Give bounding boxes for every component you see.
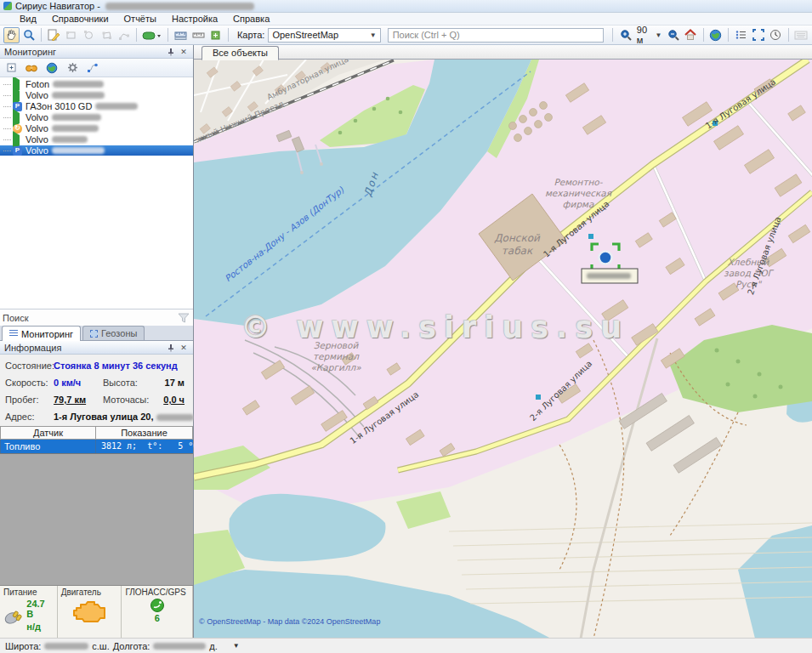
global-search-input[interactable] (388, 28, 605, 43)
export-button[interactable] (207, 27, 224, 43)
keyboard-button[interactable] (793, 27, 809, 43)
mileage-value[interactable]: 79,7 км (54, 395, 103, 405)
vehicle-filter-input[interactable] (3, 313, 177, 323)
menu-reports[interactable]: Отчёты (116, 14, 164, 24)
map-scale-select[interactable]: 90 м ▼ (634, 24, 665, 46)
map-svg: Дон Ростов-на-Дону - Азов (ДонТур) Амбул… (194, 60, 812, 639)
vehicle-row[interactable]: Volvo (0, 112, 193, 122)
circle-tool-icon (83, 30, 94, 41)
sensor-col-name[interactable]: Датчик (1, 427, 96, 440)
magnifier-icon (23, 29, 35, 41)
fit-bounds-button[interactable] (750, 27, 766, 43)
tab-geozones[interactable]: Геозоны (82, 326, 145, 340)
edit-document-icon (48, 29, 60, 41)
power-gauge: Питание 24.7 В н/д (0, 586, 58, 638)
vehicle-position-dot (599, 252, 612, 264)
map-globe-button[interactable] (707, 27, 724, 43)
vehicle-row[interactable]: Volvo (0, 134, 193, 145)
zoom-tool-button[interactable] (21, 27, 37, 43)
tab-label: Геозоны (101, 328, 137, 338)
zoom-in-button[interactable] (617, 27, 633, 43)
svg-text:Зерновой: Зерновой (314, 340, 360, 351)
geozone-rect-tool[interactable] (64, 27, 80, 43)
vehicle-row[interactable]: ↻ Volvo (0, 123, 193, 133)
redacted-plate (95, 103, 138, 110)
route-icon (87, 63, 99, 73)
menu-settings[interactable]: Настройка (164, 14, 225, 24)
vehicle-row[interactable]: Volvo (0, 90, 193, 100)
monitoring-tab-icon (9, 330, 18, 338)
geozone-circle-tool[interactable] (81, 27, 97, 43)
state-label: Состояние: (5, 361, 54, 371)
state-value: Стоянка 8 минут 36 секунд (54, 361, 188, 371)
find-vehicle-button[interactable] (24, 60, 39, 75)
redacted-address (156, 414, 194, 421)
svg-text:механическая: механическая (545, 188, 612, 198)
sensor-value: 3812 л; t°: 5 °C (96, 440, 193, 453)
show-on-map-button[interactable] (44, 60, 60, 75)
panel-tabs: Мониторинг Геозоны (0, 326, 193, 341)
vehicle-row-selected[interactable]: P Volvo (0, 145, 193, 156)
history-time-button[interactable] (768, 27, 784, 43)
menu-help[interactable]: Справка (225, 14, 277, 24)
vehicle-row[interactable]: Foton (0, 79, 193, 89)
close-panel-icon[interactable]: ✕ (179, 47, 189, 57)
speed-label: Скорость: (5, 378, 54, 388)
tab-monitoring[interactable]: Мониторинг (2, 326, 81, 341)
close-panel-icon[interactable]: ✕ (179, 343, 189, 353)
zoom-out-button[interactable] (665, 27, 681, 43)
sensor-col-value[interactable]: Показание (96, 427, 193, 440)
map-canvas[interactable]: Дон Ростов-на-Дону - Азов (ДонТур) Амбул… (194, 60, 812, 638)
vehicle-name: Volvo (26, 112, 48, 122)
settings-button[interactable] (65, 60, 80, 75)
home-button[interactable] (683, 27, 699, 43)
list-icon (735, 30, 747, 40)
filter-icon[interactable] (177, 312, 190, 324)
sensor-row-fuel[interactable]: Топливо 3812 л; t°: 5 °C (1, 440, 193, 453)
redacted-plate (52, 114, 101, 121)
app-icon (3, 2, 12, 10)
geozone-line-tool[interactable] (116, 27, 132, 43)
title-bar: Сириус Навигатор - (0, 0, 812, 13)
pin-panel-icon[interactable] (166, 47, 176, 57)
hand-icon (5, 29, 17, 41)
menu-directories[interactable]: Справочники (44, 14, 116, 24)
redacted-plate (52, 147, 105, 154)
latitude-label: Широта: (5, 641, 41, 651)
distance-button[interactable] (190, 27, 207, 43)
vehicle-name: Foton (26, 79, 49, 89)
geozone-polygon-tool[interactable] (99, 27, 115, 43)
globe-icon (709, 29, 722, 42)
menu-view[interactable]: Вид (12, 14, 44, 24)
expand-icon (7, 63, 16, 72)
redacted-longitude (153, 643, 206, 650)
vehicle-marker-label (582, 269, 638, 283)
map-label-zernovoy: Зерновой терминал «Каргилл» (310, 340, 361, 373)
expand-all-button[interactable] (3, 60, 19, 75)
address-value: 1-я Луговая улица 20, (54, 412, 188, 422)
motohours-label: Моточасы: (103, 395, 147, 405)
legend-button[interactable] (733, 27, 749, 43)
zoom-out-icon (667, 29, 679, 41)
chevron-down-icon: ▼ (370, 31, 377, 39)
edit-geozone-button[interactable] (46, 27, 62, 43)
status-parked-icon: P (13, 146, 22, 156)
motohours-value[interactable]: 0,0 ч (147, 395, 188, 405)
gear-icon (67, 62, 78, 73)
vehicle-name: Volvo (26, 123, 48, 133)
coords-format-dropdown[interactable]: ▼ (233, 642, 240, 650)
track-color-button[interactable] (141, 27, 163, 43)
window-title: Сириус Навигатор - (15, 1, 100, 11)
info-fields: Состояние: Стоянка 8 минут 36 секунд Ско… (0, 355, 193, 426)
vehicle-row[interactable]: P ГАЗон 3010 GD (0, 101, 193, 111)
ruler-button[interactable] (173, 27, 189, 43)
track-route-button[interactable] (85, 60, 100, 75)
gps-satellites-count: 6 (155, 613, 160, 623)
map-provider-select[interactable]: OpenStreetMap ▼ (268, 28, 380, 43)
mileage-label: Пробег: (5, 395, 54, 405)
pin-panel-icon[interactable] (166, 343, 176, 353)
latitude-units: с.ш. (92, 641, 109, 651)
pan-tool-button[interactable] (3, 27, 20, 43)
monitoring-panel-title: Мониторинг (4, 47, 163, 57)
tab-all-objects[interactable]: Все объекты (202, 46, 279, 60)
